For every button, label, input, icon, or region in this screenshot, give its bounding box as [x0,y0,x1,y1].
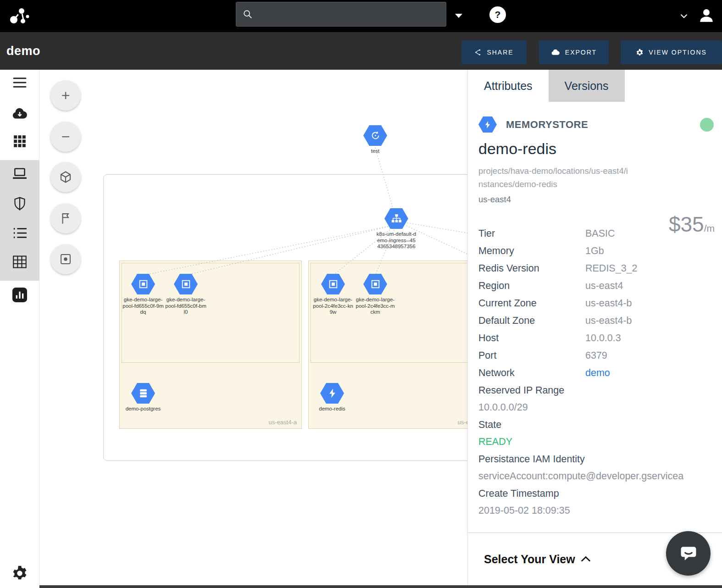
diagram-node-gke-a1[interactable]: gke-demo-large-pool-fd655c0f-9mdq [119,274,167,316]
node-label: demo-redis [319,406,345,412]
resource-name: demo-redis [478,140,716,158]
attribute-key: Create Timestamp [478,485,716,502]
export-button[interactable]: EXPORT [539,40,609,64]
node-label: test [371,148,380,155]
iam-identity-value: serviceAccount:compute@developer.gservic… [478,468,716,485]
attribute-row: Memory1Gb [478,242,716,260]
panel-tabs: Attributes Versions [468,70,722,102]
attribute-value: us-east4 [585,280,623,292]
network-link[interactable]: demo [585,367,610,379]
attribute-value: us-east4-b [585,298,632,309]
attribute-key: Tier [478,228,585,239]
attribute-value: BASIC [585,228,615,239]
diagram-node-ingress[interactable]: k8s-um-default-demo-ingress--45436534895… [372,208,420,250]
3d-view-button[interactable] [50,162,81,192]
chat-support-button[interactable] [666,531,711,576]
diagram-node-test[interactable]: test [351,125,399,155]
infrastructure-view-icon[interactable] [12,167,28,183]
attribute-key: Current Zone [478,298,585,309]
database-layers-icon [131,383,155,404]
price-unit: /m [704,223,715,234]
search-scope-caret-icon[interactable] [455,14,462,18]
user-profile-icon[interactable] [696,6,716,28]
panel-body: MEMORYSTORE demo-redis projects/hava-dem… [468,116,722,519]
attribute-list: TierBASIC Memory1Gb Redis VersionREDIS_3… [478,225,716,519]
attribute-key: Redis Version [478,263,585,274]
environments-grid-icon[interactable] [13,135,26,150]
resource-location: us-east4 [478,194,716,205]
network-ingress-icon [384,208,408,229]
security-view-icon[interactable] [13,196,26,213]
diagram-node-gke-b2[interactable]: gke-demo-large-pool-2c4fe3cc-mckm [351,274,399,316]
flag-icon [59,212,72,225]
resource-path: projects/hava-demo/locations/us-east4/in… [478,164,633,191]
account-chevron-down-icon[interactable] [678,10,690,24]
node-label: gke-demo-large-pool-fd655c0f-bml0 [165,297,206,316]
reports-chart-icon[interactable] [12,288,27,304]
zoom-out-button[interactable]: − [50,122,81,152]
diagram-node-gke-a2[interactable]: gke-demo-large-pool-fd655c0f-bml0 [162,274,210,316]
memorystore-bolt-icon [320,383,344,404]
focus-icon [59,253,72,266]
cloud-import-icon[interactable] [12,106,28,121]
zone-label-a: us-east4-a [269,419,297,426]
dns-icon [363,125,387,146]
topbar: ? [0,0,722,32]
gear-icon [636,49,644,56]
attribute-row: Regionus-east4 [478,277,716,294]
tab-versions[interactable]: Versions [549,70,625,102]
search-icon [243,9,253,19]
attribute-key: Memory [478,245,585,257]
tab-attributes[interactable]: Attributes [468,70,549,102]
attribute-value: 6379 [585,350,607,361]
app-logo-icon[interactable] [7,5,30,28]
resource-header: MEMORYSTORE [478,116,716,133]
page-title: demo [6,32,40,70]
help-icon[interactable]: ? [489,6,506,23]
attribute-value: 10.0.0.0/29 [478,399,716,416]
attribute-key: Persistance IAM Identity [478,450,716,468]
bottom-scrollbar[interactable] [39,585,722,588]
share-button-label: SHARE [487,49,513,56]
cloud-export-icon [551,49,560,56]
resource-type-label: MEMORYSTORE [506,119,588,131]
attribute-key: Reserved IP Range [478,382,716,399]
table-view-icon[interactable] [13,255,27,270]
flag-view-button[interactable] [50,203,81,233]
attribute-row: Port6379 [478,347,716,364]
view-options-button-label: VIEW OPTIONS [649,49,707,56]
node-label: gke-demo-large-pool-2c4fe3cc-kn9w [312,297,354,316]
diagram-node-postgres[interactable]: demo-postgres [119,383,167,412]
attribute-row: Current Zoneus-east4-b [478,294,716,312]
export-button-label: EXPORT [565,49,597,56]
attribute-key: Default Zone [478,315,585,327]
node-label: demo-postgres [126,406,161,412]
zoom-in-button[interactable]: + [50,80,81,111]
compute-chip-icon [131,274,155,294]
menu-hamburger-icon[interactable] [13,77,27,90]
share-button[interactable]: SHARE [461,40,527,64]
details-panel: Attributes Versions MEMORYSTORE demo-red… [467,70,722,533]
node-label: k8s-um-default-demo-ingress--45436534895… [376,231,417,250]
diagram-toolbar: demo SHARE EXPORT VIEW OPTIONS [0,32,722,70]
focus-view-button[interactable] [50,244,81,274]
diagram-node-redis[interactable]: demo-redis [308,383,356,412]
attribute-row: Default Zoneus-east4-b [478,312,716,329]
select-your-view-button[interactable]: Select Your View [484,553,591,566]
search-input[interactable] [253,10,446,19]
search-box [236,2,446,27]
chevron-up-icon [581,556,591,562]
settings-gear-icon[interactable] [11,565,28,583]
status-dot [700,118,714,132]
zoom-out-label: − [61,128,70,145]
price-amount: $35 [669,212,704,237]
node-label: gke-demo-large-pool-2c4fe3cc-mckm [355,297,396,316]
diagram-node-gke-b1[interactable]: gke-demo-large-pool-2c4fe3cc-kn9w [309,274,357,316]
list-view-icon[interactable] [13,227,27,241]
cube-icon [59,170,72,184]
compute-chip-icon [321,274,345,294]
price-tag: $35/m [669,212,715,237]
attribute-value: REDIS_3_2 [585,263,638,274]
view-options-button[interactable]: VIEW OPTIONS [621,40,722,64]
share-icon [474,49,482,56]
